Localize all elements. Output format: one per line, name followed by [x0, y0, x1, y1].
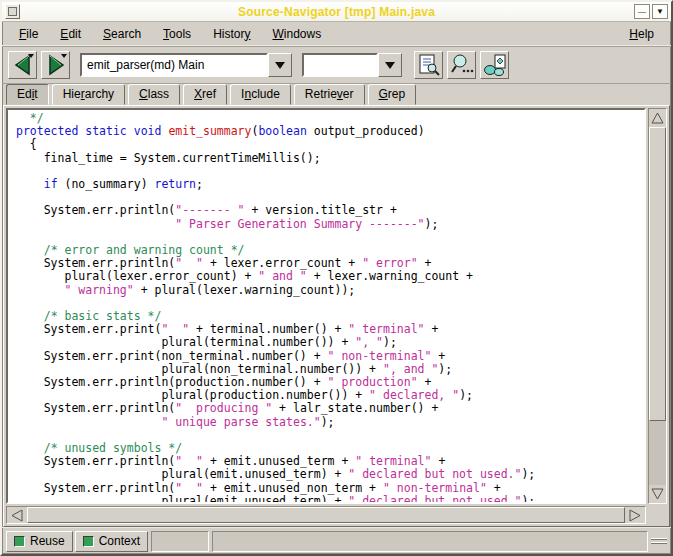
vertical-scrollbar-thumb[interactable]: [649, 127, 666, 421]
code-line: " unique parse states.");: [16, 416, 644, 429]
search-combo-value[interactable]: [302, 53, 378, 77]
chevron-down-icon: [275, 62, 285, 69]
toolbar: emit_parser(md) Main: [2, 46, 671, 84]
menubar: FileEditSearchToolsHistoryWindows Help: [2, 22, 671, 46]
scroll-right-button[interactable]: [625, 507, 645, 523]
code-line: plural(emit.unused_term) + " declared bu…: [16, 495, 644, 504]
class-browser-button[interactable]: [480, 51, 509, 79]
code-line: protected static void emit_summary(boole…: [16, 125, 644, 138]
context-toggle[interactable]: Context: [75, 531, 148, 552]
back-history-dropdown-icon: [28, 54, 34, 58]
window-title: Source-Navigator [tmp] Main.java: [2, 5, 671, 19]
reuse-toggle[interactable]: Reuse: [6, 531, 73, 552]
symbol-combo-value[interactable]: emit_parser(md) Main: [80, 53, 268, 77]
menu-history[interactable]: History: [204, 24, 259, 44]
tab-grep[interactable]: Grep: [368, 84, 417, 105]
statusbar: ReuseContext: [2, 527, 671, 554]
titlebar[interactable]: Source-Navigator [tmp] Main.java — ▼: [2, 2, 671, 22]
search-combo-dropdown-button[interactable]: [378, 53, 402, 77]
maximize-button[interactable]: ▼: [652, 4, 668, 19]
symbol-combo-dropdown-button[interactable]: [268, 53, 292, 77]
scroll-up-button[interactable]: [649, 109, 666, 127]
editor-button[interactable]: [414, 51, 443, 79]
triangle-up-icon: [651, 112, 664, 124]
chevron-down-icon: [385, 62, 395, 69]
menu-tools[interactable]: Tools: [154, 24, 200, 44]
toggle-indicator-icon: [83, 536, 94, 547]
menu-help[interactable]: Help: [620, 24, 663, 44]
retriever-icon: [450, 53, 474, 77]
code-view[interactable]: */protected static void emit_summary(boo…: [6, 108, 646, 504]
forward-history-dropdown-icon: [61, 54, 67, 58]
menu-file[interactable]: File: [10, 24, 47, 44]
status-toggles: ReuseContext: [6, 531, 148, 552]
status-panel-2: [212, 531, 648, 552]
code-line: " warning" + plural(lexer.warning_count)…: [16, 284, 644, 297]
tab-hierarchy[interactable]: Hierarchy: [52, 84, 125, 105]
class-browser-icon: [483, 53, 507, 77]
symbol-combobox: emit_parser(md) Main: [80, 53, 292, 77]
window-menu-button[interactable]: [5, 4, 20, 19]
editor-panel: */protected static void emit_summary(boo…: [3, 105, 670, 527]
vertical-scrollbar-trough[interactable]: [649, 127, 666, 485]
code-line: if (no_summary) return;: [16, 178, 644, 191]
menu-edit[interactable]: Edit: [51, 24, 90, 44]
history-back-button[interactable]: [8, 51, 37, 79]
history-forward-button[interactable]: [41, 51, 70, 79]
tab-bar: EditHierarchyClassXrefIncludeRetrieverGr…: [2, 84, 671, 105]
resize-grip-icon[interactable]: [651, 535, 667, 547]
menu-search[interactable]: Search: [94, 24, 150, 44]
window-menu-icon: [8, 7, 17, 16]
editor-main: */protected static void emit_summary(boo…: [6, 108, 667, 504]
horizontal-scrollbar-thumb[interactable]: [27, 507, 625, 523]
minimize-icon: —: [638, 8, 646, 16]
menubar-items: FileEditSearchToolsHistoryWindows: [10, 24, 330, 44]
triangle-right-icon: [629, 509, 641, 522]
status-panel-1: [151, 531, 209, 552]
horizontal-scrollbar[interactable]: [6, 506, 646, 524]
tab-xref[interactable]: Xref: [183, 84, 227, 105]
toggle-label: Reuse: [30, 534, 65, 548]
search-combobox: [302, 53, 402, 77]
app-window: Source-Navigator [tmp] Main.java — ▼ Fil…: [0, 0, 673, 556]
toolbar-icon-buttons: [414, 51, 509, 79]
menubar-right: Help: [620, 24, 663, 44]
toggle-indicator-icon: [14, 536, 25, 547]
code-line: final_time = System.currentTimeMillis();: [16, 152, 644, 165]
tab-edit[interactable]: Edit: [6, 84, 49, 105]
editor-icon: [417, 53, 441, 77]
minimize-button[interactable]: —: [634, 4, 650, 19]
tab-include[interactable]: Include: [230, 84, 291, 105]
maximize-icon: ▼: [656, 8, 664, 16]
window-controls: — ▼: [634, 4, 668, 19]
tab-retriever[interactable]: Retriever: [294, 84, 365, 105]
menu-windows[interactable]: Windows: [263, 24, 330, 44]
code-line: " Parser Generation Summary -------");: [16, 218, 644, 231]
vertical-scrollbar[interactable]: [648, 108, 667, 504]
retriever-button[interactable]: [447, 51, 476, 79]
horizontal-scrollbar-trough[interactable]: [27, 507, 625, 523]
scroll-left-button[interactable]: [7, 507, 27, 523]
toggle-label: Context: [99, 534, 140, 548]
triangle-left-icon: [11, 509, 23, 522]
triangle-down-icon: [651, 488, 664, 500]
tab-class[interactable]: Class: [128, 84, 180, 105]
scroll-down-button[interactable]: [649, 485, 666, 503]
